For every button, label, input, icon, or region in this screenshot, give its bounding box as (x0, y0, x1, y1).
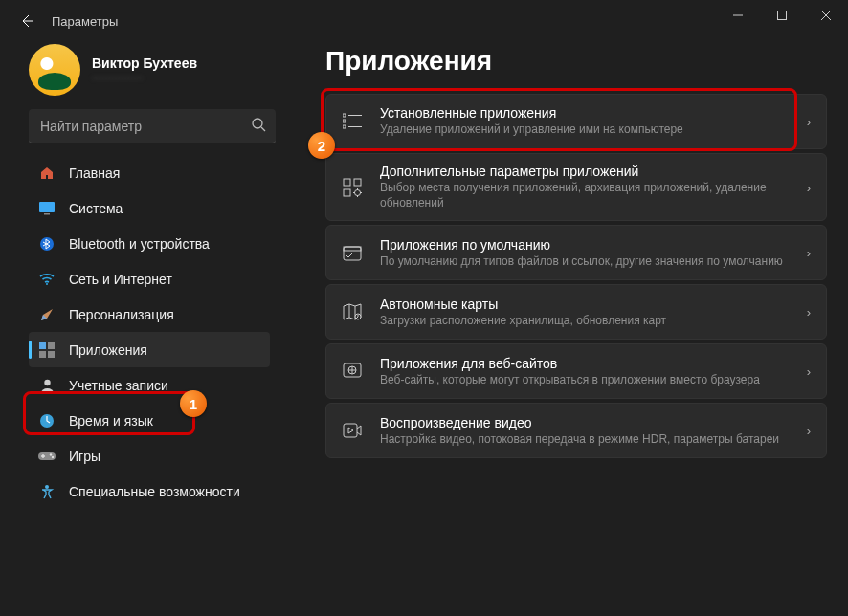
page-title: Приложения (325, 46, 827, 77)
svg-rect-13 (48, 351, 55, 358)
card-offline-maps[interactable]: Автономные карты Загрузки расположение х… (325, 284, 827, 340)
home-icon (38, 165, 56, 182)
sidebar-item-time-lang[interactable]: Время и язык (29, 403, 270, 438)
window-controls (716, 0, 848, 31)
sidebar-item-label: Сеть и Интернет (69, 272, 172, 287)
svg-rect-10 (39, 342, 46, 349)
installed-apps-icon (342, 111, 363, 132)
sidebar-item-personalization[interactable]: Персонализация (29, 297, 270, 332)
network-icon (38, 271, 56, 288)
annotation-badge-1: 1 (180, 390, 207, 417)
chevron-right-icon: › (807, 180, 811, 194)
card-desc: Удаление приложений и управление ими на … (380, 121, 784, 137)
sidebar-item-accounts[interactable]: Учетные записи (29, 367, 270, 403)
back-button[interactable] (15, 10, 38, 33)
svg-rect-12 (39, 351, 46, 358)
bluetooth-icon (38, 235, 56, 253)
annotation-badge-2: 2 (308, 132, 335, 159)
card-title: Приложения для веб-сайтов (380, 356, 784, 371)
gaming-icon (38, 448, 56, 465)
offline-maps-icon (342, 301, 363, 322)
main-content: Приложения Установленные приложения Удал… (287, 42, 848, 616)
card-installed-apps[interactable]: Установленные приложения Удаление прилож… (325, 94, 827, 149)
video-playback-icon (342, 420, 363, 441)
svg-rect-6 (39, 202, 55, 212)
chevron-right-icon: › (807, 115, 811, 129)
web-apps-icon (342, 361, 363, 382)
card-video-playback[interactable]: Воспроизведение видео Настройка видео, п… (325, 403, 827, 458)
sidebar-item-bluetooth[interactable]: Bluetooth и устройства (29, 226, 270, 261)
sidebar-item-network[interactable]: Сеть и Интернет (29, 261, 270, 297)
sidebar-item-gaming[interactable]: Игры (29, 438, 270, 473)
svg-point-18 (52, 455, 54, 457)
card-default-apps[interactable]: Приложения по умолчанию По умолчанию для… (325, 225, 827, 280)
search-icon (251, 117, 266, 132)
minimize-button[interactable] (716, 0, 760, 31)
app-title: Параметры (52, 14, 118, 29)
card-title: Автономные карты (380, 297, 784, 312)
time-lang-icon (38, 412, 56, 429)
personalization-icon (38, 306, 56, 323)
card-web-apps[interactable]: Приложения для веб-сайтов Веб-сайты, кот… (325, 343, 827, 399)
profile-email: ················ (92, 71, 197, 84)
sidebar: Виктор Бухтеев ················ Главная … (0, 42, 287, 616)
sidebar-item-label: Персонализация (69, 307, 174, 322)
avatar (29, 44, 80, 96)
card-desc: Загрузки расположение хранилища, обновле… (380, 313, 784, 328)
chevron-right-icon: › (807, 305, 811, 319)
card-advanced-apps[interactable]: Дополнительные параметры приложений Выбо… (325, 153, 827, 221)
svg-rect-31 (344, 247, 361, 251)
svg-rect-1 (778, 11, 787, 20)
sidebar-item-label: Время и язык (69, 413, 153, 429)
card-title: Воспроизведение видео (380, 415, 784, 430)
sidebar-item-label: Система (69, 201, 123, 216)
svg-rect-35 (344, 424, 357, 437)
sidebar-item-apps[interactable]: Приложения (29, 332, 270, 367)
card-title: Приложения по умолчанию (380, 237, 784, 253)
sidebar-item-label: Bluetooth и устройства (69, 236, 210, 252)
default-apps-icon (342, 242, 363, 263)
chevron-right-icon: › (807, 424, 811, 438)
svg-rect-22 (343, 125, 346, 128)
svg-rect-7 (44, 213, 50, 215)
svg-line-5 (261, 127, 265, 131)
svg-point-17 (50, 453, 52, 455)
sidebar-item-system[interactable]: Система (29, 190, 270, 226)
card-desc: Веб-сайты, которые могут открываться в п… (380, 372, 784, 387)
card-title: Дополнительные параметры приложений (380, 164, 784, 179)
svg-rect-26 (344, 179, 350, 186)
chevron-right-icon: › (807, 246, 811, 260)
titlebar: Параметры (0, 0, 848, 42)
sidebar-item-label: Игры (69, 449, 100, 464)
sidebar-item-label: Главная (69, 165, 120, 181)
apps-icon (38, 341, 56, 359)
search-input[interactable] (29, 109, 276, 143)
close-button[interactable] (804, 0, 848, 31)
svg-point-4 (253, 119, 262, 128)
sidebar-item-label: Специальные возможности (69, 484, 240, 499)
accounts-icon (38, 377, 56, 394)
sidebar-item-home[interactable]: Главная (29, 155, 270, 190)
svg-point-19 (45, 485, 49, 489)
svg-rect-11 (48, 342, 55, 349)
card-desc: Настройка видео, потоковая передача в ре… (380, 431, 784, 447)
accessibility-icon (38, 483, 56, 500)
svg-point-29 (355, 189, 361, 195)
settings-window: Параметры Виктор Бухтеев ···············… (0, 0, 848, 616)
svg-rect-20 (343, 114, 346, 117)
system-icon (38, 200, 56, 217)
arrow-left-icon (19, 13, 34, 29)
search-box[interactable] (29, 109, 276, 143)
maximize-button[interactable] (760, 0, 804, 31)
card-desc: По умолчанию для типов файлов и ссылок, … (380, 253, 784, 269)
sidebar-item-label: Приложения (69, 342, 147, 358)
chevron-right-icon: › (807, 364, 811, 379)
svg-point-9 (46, 283, 48, 285)
advanced-apps-icon (342, 177, 363, 198)
sidebar-item-accessibility[interactable]: Специальные возможности (29, 473, 270, 509)
card-list: Установленные приложения Удаление прилож… (325, 94, 827, 458)
svg-rect-21 (343, 120, 346, 122)
card-title: Установленные приложения (380, 105, 784, 121)
sidebar-item-label: Учетные записи (69, 378, 168, 393)
profile-block[interactable]: Виктор Бухтеев ················ (29, 42, 276, 109)
